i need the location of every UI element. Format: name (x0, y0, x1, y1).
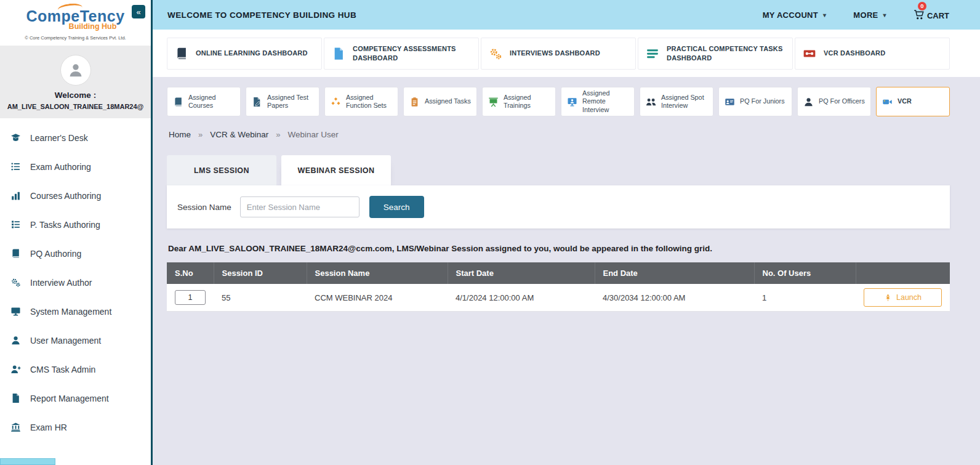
chevrons-left-icon: « (136, 7, 140, 17)
sidebar-item-label: Courses Authoring (30, 191, 101, 201)
file-icon (10, 393, 21, 403)
monitor-icon (10, 306, 21, 317)
id-card-icon (725, 97, 735, 107)
sidebar-item-label: CMS Task Admin (30, 365, 95, 374)
user-icon (68, 62, 84, 78)
tasks-icon (10, 219, 21, 230)
subtab-pq-for-juniors[interactable]: PQ For Juniors (718, 87, 792, 116)
breadcrumb-separator-icon: » (198, 130, 203, 139)
tab-webinar-session[interactable]: WEBINAR SESSION (281, 155, 391, 185)
column-header-session-id: Session ID (214, 262, 307, 284)
sidebar-collapse-button[interactable]: « (132, 5, 145, 18)
dashboard-tab-label: INTERVIEWS DASHBOARD (510, 49, 600, 58)
diamonds-icon (331, 97, 341, 107)
search-panel: Session Name Search (167, 185, 950, 228)
file-icon (332, 47, 345, 60)
sidebar-item-label: System Management (30, 307, 111, 317)
tab-practical-competency-tasks-dashboard[interactable]: PRACTICAL COMPETENCY TASKS DASHBOARD (638, 38, 793, 70)
book-icon (175, 47, 188, 60)
sidebar-item-exam-authoring[interactable]: Exam Authoring (0, 152, 151, 181)
sidebar-item-cms-task-admin[interactable]: CMS Task Admin (0, 355, 151, 384)
sidebar-item-label: Learner's Desk (30, 133, 88, 143)
subtab-label: Assigned Courses (188, 94, 235, 110)
table-row: 1 55 CCM WEBINAR 2024 4/1/2024 12:00:00 … (167, 284, 950, 312)
sidebar: « CompeTency Building Hub © Core Compete… (0, 0, 153, 465)
chevron-down-icon: ▾ (823, 12, 826, 18)
sidebar-item-learners-desk[interactable]: Learner's Desk (0, 123, 151, 152)
sidebar-item-label: Exam HR (30, 423, 67, 432)
sub-tabs: Assigned Courses Assigned Test Papers As… (167, 87, 950, 116)
sidebar-item-report-management[interactable]: Report Management (0, 384, 151, 413)
tab-competency-assessments-dashboard[interactable]: COMPETENCY ASSESSMENTS DASHBOARD (324, 38, 479, 70)
sidebar-item-exam-hr[interactable]: Exam HR (0, 413, 151, 442)
subtab-assigned-function-sets[interactable]: Assigned Function Sets (324, 87, 398, 116)
column-header-sno: S.No (167, 262, 214, 284)
session-name-label: Session Name (177, 203, 231, 212)
list-icon (646, 47, 659, 60)
sidebar-item-label: Exam Authoring (30, 162, 91, 172)
sidebar-item-interview-author[interactable]: Interview Author (0, 268, 151, 297)
welcome-panel: Welcome : AM_LIVE_SALOON_TRAINEE_18MAR24… (0, 46, 151, 118)
session-name-input[interactable] (240, 196, 359, 217)
app: « CompeTency Building Hub © Core Compete… (0, 0, 980, 465)
tab-online-learning-dashboard[interactable]: ONLINE LEARNING DASHBOARD (167, 38, 322, 70)
subtab-assigned-tasks[interactable]: Assigned Tasks (403, 87, 477, 116)
book-icon (10, 248, 21, 259)
column-header-session-name: Session Name (307, 262, 448, 284)
dashboard-tab-label: VCR DASHBOARD (824, 49, 885, 58)
welcome-username: AM_LIVE_SALOON_TRAINEE_18MAR24@ (4, 103, 147, 110)
search-button[interactable]: Search (369, 196, 424, 218)
subtab-assigned-remote-interview[interactable]: Assigned Remote Interview (561, 87, 635, 116)
launch-label: Launch (896, 293, 922, 302)
logo-title: CompeTency (26, 7, 124, 25)
cart-button[interactable]: 0 CART (914, 9, 949, 20)
video-camera-icon (882, 97, 893, 107)
cart-icon (914, 9, 925, 20)
bar-chart-icon (10, 190, 21, 201)
people-icon (646, 97, 656, 107)
subtab-vcr[interactable]: VCR (876, 87, 950, 116)
sidebar-item-courses-authoring[interactable]: Courses Authoring (0, 181, 151, 210)
topbar-title: WELCOME TO COMPETENCY BUILDING HUB (167, 10, 356, 20)
remote-monitor-icon (567, 97, 577, 107)
subtab-assigned-trainings[interactable]: Assigned Trainings (482, 87, 556, 116)
person-icon (803, 97, 814, 107)
launch-button[interactable]: Launch (864, 288, 942, 307)
sidebar-item-user-management[interactable]: User Management (0, 326, 151, 355)
tab-vcr-dashboard[interactable]: VCR DASHBOARD (795, 38, 950, 70)
cell-session-id: 55 (214, 284, 307, 312)
list-icon (10, 161, 21, 172)
my-account-label: MY ACCOUNT (763, 10, 818, 20)
topbar: WELCOME TO COMPETENCY BUILDING HUB MY AC… (153, 0, 980, 30)
breadcrumb-vcr-webinar[interactable]: VCR & Webinar (210, 130, 268, 139)
breadcrumb-current: Webinar User (288, 130, 339, 139)
scrollbar-thumb[interactable] (0, 458, 55, 465)
row-expand-button[interactable]: 1 (175, 290, 206, 305)
subtab-assigned-spot-interview[interactable]: Assigned Spot Interview (640, 87, 713, 116)
column-header-start-date: Start Date (448, 262, 595, 284)
subtab-assigned-test-papers[interactable]: Assigned Test Papers (246, 87, 319, 116)
sidebar-item-pq-authoring[interactable]: PQ Authoring (0, 239, 151, 268)
tab-lms-session[interactable]: LMS SESSION (167, 155, 276, 185)
dashboard-tab-label: PRACTICAL COMPETENCY TASKS DASHBOARD (667, 44, 785, 63)
tab-interviews-dashboard[interactable]: INTERVIEWS DASHBOARD (481, 38, 636, 70)
breadcrumb-home[interactable]: Home (169, 130, 191, 139)
subtab-assigned-courses[interactable]: Assigned Courses (167, 87, 241, 116)
sidebar-item-label: P. Tasks Authoring (30, 220, 100, 230)
sidebar-item-p-tasks-authoring[interactable]: P. Tasks Authoring (0, 210, 151, 239)
gears-icon (10, 277, 21, 288)
my-account-menu[interactable]: MY ACCOUNT▾ (763, 10, 827, 20)
sidebar-item-label: User Management (30, 336, 101, 346)
subtab-label: PQ For Officers (819, 97, 865, 105)
bank-icon (10, 422, 21, 432)
breadcrumb: Home » VCR & Webinar » Webinar User (169, 130, 950, 139)
column-header-end-date: End Date (595, 262, 754, 284)
sidebar-item-system-management[interactable]: System Management (0, 297, 151, 326)
user-plus-icon (10, 364, 21, 374)
subtab-label: Assigned Test Papers (267, 94, 313, 110)
subtab-label: Assigned Function Sets (346, 94, 392, 110)
subtab-pq-for-officers[interactable]: PQ For Officers (797, 87, 871, 116)
more-menu[interactable]: MORE▾ (853, 10, 886, 20)
table-header-row: S.No Session ID Session Name Start Date … (167, 262, 950, 284)
more-label: MORE (853, 10, 878, 20)
